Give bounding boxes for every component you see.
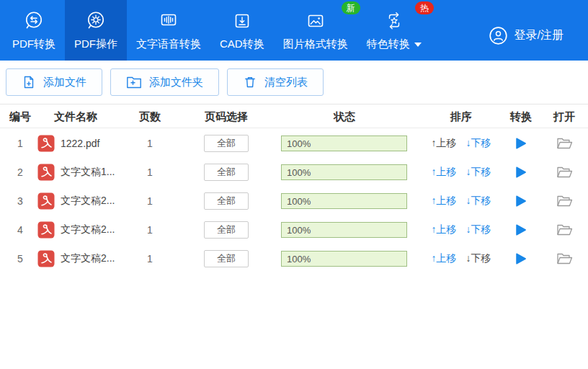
page-count: 1 [135, 224, 164, 236]
sort-controls: ↑上移 ↓下移 [425, 166, 497, 179]
hot-badge: 热 [415, 1, 434, 14]
file-list: 1 1222.pdf 1 全部 100% ↑上移 ↓下移 [0, 129, 588, 273]
open-folder-icon[interactable] [540, 166, 588, 179]
convert-play-button[interactable] [497, 223, 545, 236]
waveform-icon [157, 9, 180, 32]
chevron-down-icon [414, 43, 422, 47]
file-name: 文字文稿1... [61, 166, 115, 179]
page-count: 1 [135, 166, 164, 178]
toolbar-divider [0, 104, 588, 105]
page-select-button[interactable]: 全部 [204, 135, 249, 152]
row-number: 4 [0, 224, 40, 236]
tab-label: 文字语音转换 [136, 37, 201, 51]
progress-label: 100% [282, 196, 311, 207]
move-up-link[interactable]: ↑上移 [432, 137, 457, 150]
header-open: 打开 [540, 110, 588, 124]
page-select-button[interactable]: 全部 [204, 192, 249, 210]
progress-bar: 100% [281, 222, 407, 238]
tab-image-format-convert[interactable]: 新 图片格式转换 [274, 0, 357, 61]
file-name: 文字文稿2... [61, 252, 115, 265]
open-folder-icon[interactable] [540, 137, 588, 150]
image-icon [304, 9, 327, 32]
add-file-button[interactable]: 添加文件 [6, 68, 102, 96]
open-folder-icon[interactable] [540, 252, 588, 265]
move-down-link[interactable]: ↓下移 [466, 137, 491, 150]
folder-plus-icon [126, 75, 142, 89]
progress-bar: 100% [281, 251, 407, 267]
progress-label: 100% [282, 225, 311, 236]
login-register-button[interactable]: 登录/注册 [489, 26, 564, 45]
row-number: 2 [0, 166, 40, 178]
file-name: 1222.pdf [61, 138, 100, 149]
move-up-link[interactable]: ↑上移 [432, 223, 457, 236]
clear-list-button[interactable]: 清空列表 [227, 68, 324, 96]
header-status: 状态 [281, 110, 408, 124]
top-nav: PDF转换 PDF操作 [0, 0, 588, 61]
pdf-file-icon [37, 135, 55, 152]
pdf-file-icon [37, 192, 55, 210]
row-number: 5 [0, 253, 40, 264]
header-filename: 文件名称 [54, 110, 97, 124]
login-register-label: 登录/注册 [514, 28, 564, 43]
page-select-button[interactable]: 全部 [204, 164, 249, 181]
file-name: 文字文稿2... [61, 223, 115, 236]
tab-label: CAD转换 [220, 37, 264, 51]
table-row: 5 文字文稿2... 1 全部 100% ↑上移 ↓下移 [0, 244, 588, 273]
open-folder-icon[interactable] [540, 195, 588, 208]
page-count: 1 [135, 253, 164, 264]
file-name: 文字文稿2... [61, 195, 115, 208]
progress-label: 100% [282, 254, 311, 264]
pdf-file-icon [37, 250, 55, 267]
move-down-link[interactable]: ↓下移 [466, 166, 491, 179]
header-sort: 排序 [425, 110, 497, 124]
tab-special-convert[interactable]: 热 特色转换 [357, 0, 431, 61]
add-folder-button[interactable]: 添加文件夹 [110, 68, 219, 96]
progress-bar: 100% [281, 164, 407, 180]
tab-label: PDF转换 [12, 37, 55, 51]
page-select-button[interactable]: 全部 [204, 221, 249, 239]
progress-bar: 100% [281, 135, 407, 151]
app-window: PDF转换 PDF操作 [0, 0, 588, 369]
add-folder-label: 添加文件夹 [149, 76, 203, 89]
sort-controls: ↑上移 ↓下移 [425, 137, 497, 150]
move-up-link[interactable]: ↑上移 [432, 195, 457, 208]
tab-pdf-operate[interactable]: PDF操作 [65, 0, 127, 61]
cad-convert-icon [231, 9, 254, 32]
header-pages: 页数 [135, 110, 164, 124]
file-plus-icon [22, 75, 36, 89]
add-file-label: 添加文件 [43, 76, 86, 89]
move-up-link[interactable]: ↑上移 [432, 252, 457, 265]
row-number: 3 [0, 195, 40, 207]
convert-play-button[interactable] [497, 137, 545, 150]
move-down-link[interactable]: ↓下移 [466, 223, 491, 236]
pdf-file-icon [37, 164, 55, 181]
sort-controls: ↑上移 ↓下移 [425, 252, 497, 265]
tab-pdf-convert[interactable]: PDF转换 [3, 0, 65, 61]
open-folder-icon[interactable] [540, 223, 588, 236]
star-sync-icon [383, 9, 406, 32]
header-convert: 转换 [497, 110, 545, 124]
header-page-select: 页码选择 [204, 110, 249, 124]
table-row: 3 文字文稿2... 1 全部 100% ↑上移 ↓下移 [0, 187, 588, 215]
progress-label: 100% [282, 138, 311, 149]
pdf-file-icon [37, 221, 55, 239]
user-avatar-icon [489, 26, 508, 45]
tab-label: PDF操作 [74, 37, 117, 51]
page-count: 1 [135, 195, 164, 207]
convert-play-button[interactable] [497, 195, 545, 208]
trash-icon [243, 75, 257, 89]
move-down-link[interactable]: ↓下移 [466, 195, 491, 208]
move-up-link[interactable]: ↑上移 [432, 166, 457, 179]
convert-play-button[interactable] [497, 252, 545, 265]
page-select-button[interactable]: 全部 [204, 250, 249, 267]
convert-play-button[interactable] [497, 166, 545, 179]
row-number: 1 [0, 138, 40, 149]
table-row: 1 1222.pdf 1 全部 100% ↑上移 ↓下移 [0, 129, 588, 158]
toolbar: 添加文件 添加文件夹 清空列表 [6, 68, 324, 96]
tab-text-speech-convert[interactable]: 文字语音转换 [127, 0, 210, 61]
pdf-operate-gear-icon [84, 9, 107, 32]
move-down-link[interactable]: ↓下移 [466, 252, 491, 265]
tab-cad-convert[interactable]: CAD转换 [210, 0, 274, 61]
progress-label: 100% [282, 167, 311, 178]
table-row: 4 文字文稿2... 1 全部 100% ↑上移 ↓下移 [0, 215, 588, 244]
